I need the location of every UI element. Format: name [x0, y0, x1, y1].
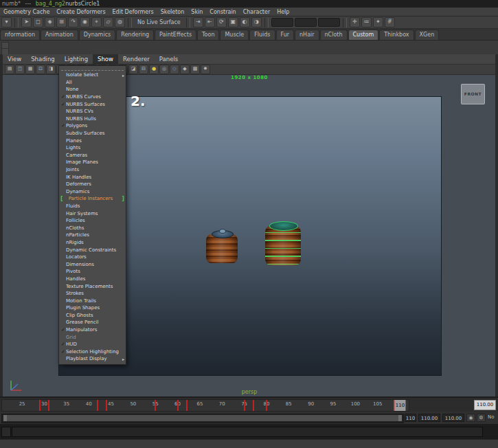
show-menu-item-nurbs-surfaces[interactable]: ✓NURBS Surfaces	[59, 100, 126, 108]
show-menu-item-nurbs-cvs[interactable]: NURBS CVs	[59, 108, 126, 115]
safe-action-icon[interactable]: ◪	[128, 65, 138, 74]
snap-curve-icon[interactable]: ↷	[68, 17, 78, 27]
lighting-icon[interactable]: ✸	[201, 65, 210, 74]
counter-icon[interactable]: #	[385, 17, 395, 27]
show-menu-item-texture-placements[interactable]: Texture Placements	[59, 282, 126, 290]
show-menu-item-clip-ghosts[interactable]: Clip Ghosts	[59, 312, 126, 320]
show-menu-item-ik-handles[interactable]: IK Handles	[59, 173, 126, 181]
panel-menu-shading[interactable]: Shading	[26, 54, 60, 64]
show-menu-item-isolate-select[interactable]: Isolate Select▸	[59, 71, 126, 79]
textured-icon[interactable]: ▩	[190, 65, 200, 74]
current-time-field[interactable]: 110.00	[474, 400, 496, 410]
show-menu-item-strokes[interactable]: Strokes	[59, 290, 126, 298]
shelf-tab-xgen[interactable]: XGen	[415, 30, 440, 40]
construction-history-icon[interactable]: ⟳	[216, 17, 227, 27]
show-menu-item-hud[interactable]: ✓HUD	[59, 341, 126, 348]
input-connections-icon[interactable]: ⇥	[193, 17, 203, 27]
shelf-tab-fur[interactable]: Fur	[276, 30, 295, 40]
character-set-label[interactable]: No	[488, 414, 495, 420]
show-menu-item-deformers[interactable]: Deformers	[59, 181, 126, 188]
show-menu-item-ncloths[interactable]: nCloths	[59, 224, 126, 232]
front-view-button[interactable]: FRONT	[461, 84, 485, 104]
wireframe-icon[interactable]: ◇	[170, 65, 179, 74]
panel-menu-lighting[interactable]: Lighting	[60, 54, 93, 64]
menubar-item-skeleton[interactable]: Skeleton	[157, 8, 188, 16]
show-menu-item-handles[interactable]: Handles	[59, 276, 126, 283]
make-live-icon[interactable]: ◍	[115, 17, 125, 27]
smooth-shade-icon[interactable]: ◆	[180, 65, 190, 74]
menubar-item-edit-deformers[interactable]: Edit Deformers	[109, 8, 157, 16]
ipr-render-icon[interactable]: ◑	[251, 17, 262, 27]
show-menu-item-polygons[interactable]: ✓Polygons	[59, 122, 126, 130]
show-menu-item-dimensions[interactable]: Dimensions	[59, 260, 126, 268]
panel-menu-panels[interactable]: Panels	[155, 54, 183, 64]
shelf-tab-toon[interactable]: Toon	[197, 30, 219, 40]
snap-grid-icon[interactable]: ⊞	[56, 17, 67, 27]
menubar-item-create-deformers[interactable]: Create Deformers	[53, 8, 109, 16]
menubar-item-skin[interactable]: Skin	[188, 8, 206, 16]
show-menu-item-cameras[interactable]: Cameras	[59, 152, 126, 159]
shelf-tab-dynamics[interactable]: Dynamics	[79, 30, 115, 40]
shelf-tab-painteffects[interactable]: PaintEffects	[155, 30, 196, 40]
show-menu-item-grid[interactable]: ✓Grid	[59, 333, 126, 341]
output-connections-icon[interactable]: ⇤	[205, 17, 215, 27]
show-menu-item-dynamics[interactable]: Dynamics	[59, 188, 126, 196]
safe-title-icon[interactable]: ⊟	[139, 65, 148, 74]
show-menu-item-selection-highlighting[interactable]: ✓Selection Highlighting	[59, 348, 126, 356]
show-menu-item-nurbs-curves[interactable]: ✓NURBS Curves	[59, 93, 126, 101]
lock-camera-icon[interactable]: ◫	[15, 65, 25, 74]
show-menu-item-playblast-display[interactable]: Playblast Display▸	[59, 355, 126, 363]
select-camera-icon[interactable]: ▤	[5, 65, 14, 74]
range-end-handle[interactable]	[398, 415, 402, 421]
snap-point-icon[interactable]: ◉	[80, 17, 90, 27]
show-menu-item-pivots[interactable]: Pivots	[59, 268, 126, 276]
select-object-icon[interactable]: ◻	[33, 17, 43, 27]
select-hierarchy-icon[interactable]: ➤	[21, 17, 32, 27]
command-line-input[interactable]	[12, 427, 483, 437]
current-frame-indicator[interactable]: 110	[394, 400, 406, 411]
selection-mode-menu[interactable]: ▾	[1, 17, 12, 27]
xray-icon[interactable]: ◎	[159, 65, 169, 74]
shelf-tab-muscle[interactable]: Muscle	[220, 30, 249, 40]
select-component-icon[interactable]: ◈	[45, 17, 55, 27]
camera-attributes-icon[interactable]: ▦	[25, 65, 35, 74]
animation-preferences-icon[interactable]: ⚙	[477, 414, 486, 422]
panel-menu-renderer[interactable]: Renderer	[118, 54, 155, 64]
quick-selection-icon[interactable]: ✛	[350, 17, 360, 27]
barrel-object-left[interactable]	[206, 229, 238, 263]
render-view-icon[interactable]: ▣	[228, 17, 238, 27]
highlight-icon[interactable]: ✦	[373, 17, 383, 27]
playback-range-bar[interactable]	[3, 415, 402, 421]
show-menu-item-planes[interactable]: Planes	[59, 137, 126, 144]
range-start-handle[interactable]	[3, 415, 7, 421]
show-menu-item-nrigids[interactable]: nRigids	[59, 239, 126, 247]
isolate-select-icon[interactable]: ●	[149, 65, 159, 74]
snap-plane-icon[interactable]: ▱	[103, 17, 113, 27]
shelf-tab-animation[interactable]: Animation	[41, 30, 78, 40]
show-menu-item-manipulators[interactable]: ✓Manipulators	[59, 326, 126, 334]
image-plane-icon[interactable]: ◨	[46, 65, 56, 74]
show-menu-item-fluids[interactable]: Fluids	[59, 203, 126, 210]
panel-menu-show[interactable]: Show	[93, 54, 118, 64]
panel-menu-view[interactable]: View	[3, 54, 26, 64]
show-menu-item-hair-systems[interactable]: Hair Systems	[59, 210, 126, 217]
snap-center-icon[interactable]: ⌖	[91, 17, 102, 27]
show-menu-item-locators[interactable]: Locators	[59, 254, 126, 261]
show-menu-item-particle-instancers[interactable]: [Particle Instancers]	[59, 195, 126, 203]
show-menu-item-nparticles[interactable]: nParticles	[59, 232, 126, 239]
show-menu-item-subdiv-surfaces[interactable]: Subdiv Surfaces	[59, 130, 126, 137]
animation-end-field[interactable]: 110.00	[418, 414, 440, 422]
timeline-track[interactable]: 2530354045505560657075808590951001051101…	[1, 399, 409, 412]
shelf-tab-rendering[interactable]: Rendering	[116, 30, 154, 40]
show-menu-item-image-planes[interactable]: Image Planes	[59, 159, 126, 166]
menubar-item-geometry-cache[interactable]: Geometry Cache	[0, 8, 53, 16]
show-menu-item-dynamic-constraints[interactable]: Dynamic Constraints	[59, 246, 126, 254]
playback-end-field[interactable]: 110	[405, 414, 416, 422]
playback-end-time-field[interactable]: 110.00	[442, 414, 464, 422]
input-field-x[interactable]	[271, 18, 293, 27]
show-menu-item-nurbs-hulls[interactable]: NURBS Hulls	[59, 115, 126, 123]
menubar-item-constrain[interactable]: Constrain	[206, 8, 239, 16]
render-frame-icon[interactable]: ◐	[240, 17, 250, 27]
show-menu-item-joints[interactable]: Joints	[59, 166, 126, 174]
shelf-tab-custom[interactable]: Custom	[348, 30, 379, 40]
